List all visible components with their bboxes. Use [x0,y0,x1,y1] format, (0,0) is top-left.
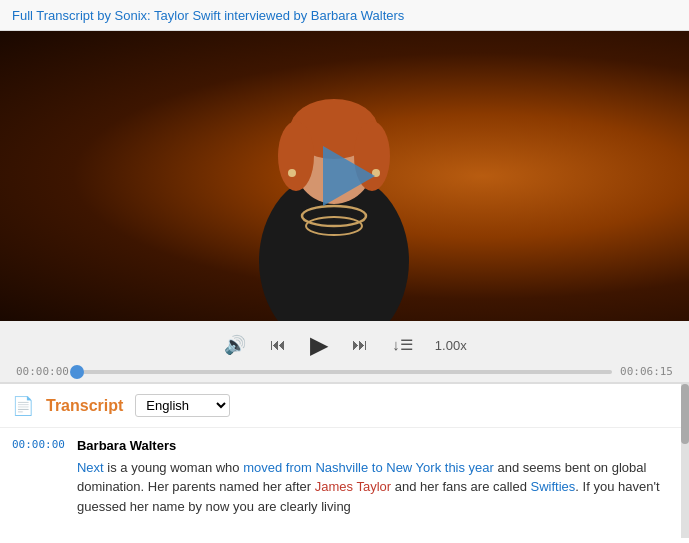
transcript-speaker: Barbara Walters [77,436,669,456]
time-start: 00:00:00 [16,365,69,378]
time-end: 00:06:15 [620,365,673,378]
transcript-text-moved: moved from Nashville to New York this ye… [243,460,494,475]
fast-forward-button[interactable]: ⏭ [350,334,370,356]
title-link[interactable]: Full Transcript by Sonix: Taylor Swift i… [12,8,404,23]
transcript-body: 00:00:00 Barbara Walters Next is a young… [0,428,689,530]
play-triangle-icon [323,146,375,206]
progress-thumb [70,365,84,379]
play-pause-button[interactable]: ▶ [308,329,330,361]
sort-icon: ↓☰ [392,336,413,354]
play-button-overlay[interactable] [315,146,375,206]
sort-button[interactable]: ↓☰ [390,334,415,356]
transcript-text-swifties: Swifties [531,479,576,494]
progress-row: 00:00:00 00:06:15 [16,365,673,378]
video-player [0,31,689,321]
transcript-title: Transcript [46,397,123,415]
svg-point-4 [278,121,314,191]
controls-bar: 🔊 ⏮ ▶ ⏭ ↓☰ 1.00x 00:00:00 00:06:15 [0,321,689,383]
transcript-doc-icon: 📄 [12,395,34,417]
fast-forward-icon: ⏭ [352,336,368,354]
transcript-header: 📄 Transcript English Spanish French [0,384,689,428]
transcript-timestamp[interactable]: 00:00:00 [12,438,65,516]
transcript-content: Barbara Walters Next is a young woman wh… [77,436,669,516]
volume-icon: 🔊 [224,334,246,356]
svg-point-8 [288,169,296,177]
rewind-button[interactable]: ⏮ [268,334,288,356]
rewind-icon: ⏮ [270,336,286,354]
scrollbar-thumb [681,384,689,444]
transcript-text-james: James Taylor [315,479,391,494]
volume-button[interactable]: 🔊 [222,332,248,358]
title-bar: Full Transcript by Sonix: Taylor Swift i… [0,0,689,31]
language-select[interactable]: English Spanish French [135,394,230,417]
transcript-text-next: Next [77,460,104,475]
transcript-scrollbar[interactable] [681,384,689,538]
speed-label[interactable]: 1.00x [435,338,467,353]
transcript-section: 📄 Transcript English Spanish French 00:0… [0,383,689,538]
controls-buttons: 🔊 ⏮ ▶ ⏭ ↓☰ 1.00x [16,329,673,361]
progress-track[interactable] [77,370,612,374]
transcript-entry: 00:00:00 Barbara Walters Next is a young… [12,436,669,516]
transcript-text: Next is a young woman who moved from Nas… [77,460,660,514]
play-icon: ▶ [310,331,328,359]
